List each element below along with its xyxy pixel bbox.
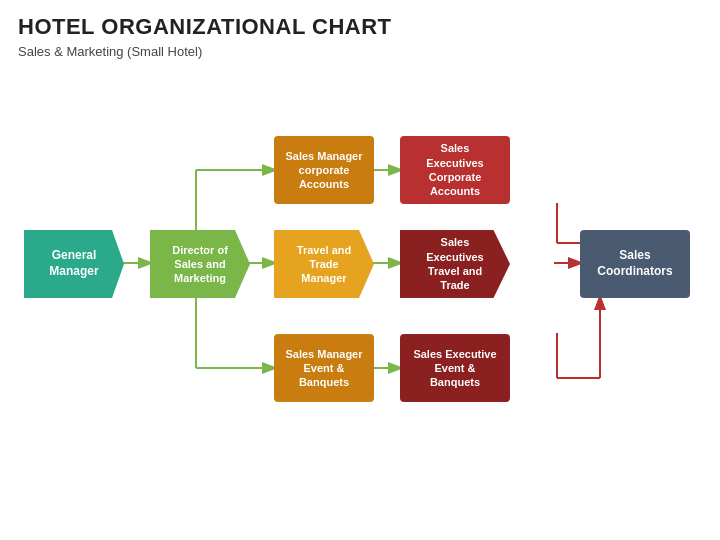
node-general-manager: General Manager: [24, 230, 124, 298]
page-subtitle: Sales & Marketing (Small Hotel): [18, 44, 202, 59]
org-chart: General Manager Director of Sales and Ma…: [10, 68, 710, 528]
node-sales-mgr-events: Sales Manager Event & Banquets: [274, 334, 374, 402]
page-title: HOTEL ORGANIZATIONAL CHART: [18, 14, 392, 40]
node-travel-trade: Travel and Trade Manager: [274, 230, 374, 298]
node-sales-exec-travel: Sales Executives Travel and Trade: [400, 230, 510, 298]
node-sales-exec-events: Sales Executive Event & Banquets: [400, 334, 510, 402]
node-sales-mgr-corporate: Sales Manager corporate Accounts: [274, 136, 374, 204]
node-director: Director of Sales and Marketing: [150, 230, 250, 298]
node-sales-exec-corporate: Sales Executives Corporate Accounts: [400, 136, 510, 204]
node-sales-coordinators: Sales Coordinators: [580, 230, 690, 298]
